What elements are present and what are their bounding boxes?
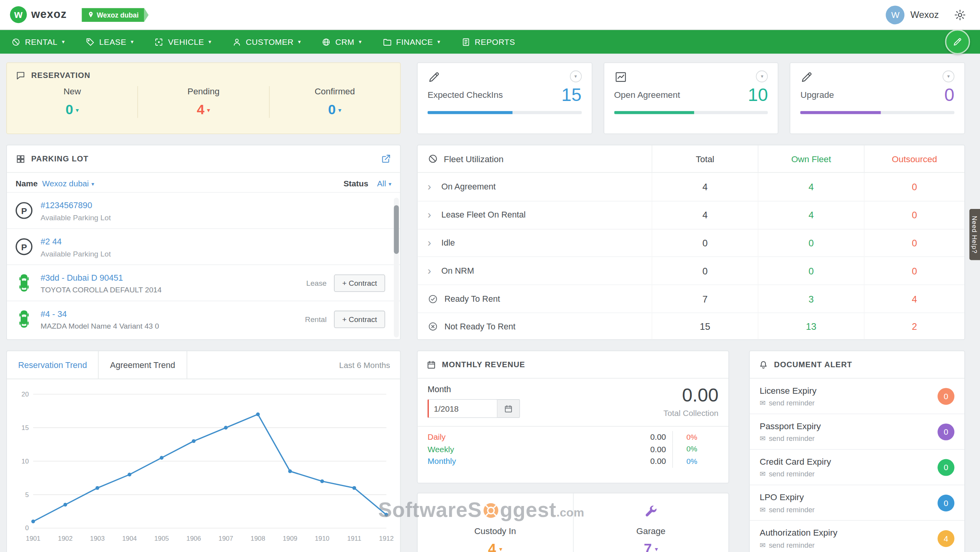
caret-down-icon: ▾ (499, 546, 502, 552)
svg-text:20: 20 (21, 391, 29, 398)
card-dropdown-button[interactable]: ▾ (943, 71, 954, 82)
revenue-breakdown: Daily 0.00 0% Weekly 0.00 0% Monthly (417, 426, 728, 467)
name-filter-dropdown[interactable]: Wexoz dubai▾ (42, 179, 94, 188)
send-reminder-link[interactable]: ✉send reminder (760, 398, 817, 407)
check-circle-icon (428, 294, 438, 304)
trend-range-label: Last 6 Months (339, 351, 400, 379)
send-reminder-link[interactable]: ✉send reminder (760, 505, 815, 513)
caret-down-icon: ▾ (208, 39, 211, 45)
alert-license-expiry: License Expiry ✉send reminder 0 (750, 379, 964, 414)
main-content: RESERVATION New 0▾ Pending 4▾ Confirmed … (0, 54, 980, 552)
fleet-row-idle[interactable]: ›Idle 0 0 0 (417, 229, 964, 257)
alert-count-badge[interactable]: 0 (937, 494, 954, 511)
caret-down-icon: ▾ (338, 106, 341, 113)
alert-credit-card-expiry: Credit Card Expiry ✉send reminder 0 (750, 450, 964, 485)
reservation-confirmed-dropdown[interactable]: 0▾ (328, 102, 341, 118)
fleet-col-outsourced: Outsourced (864, 145, 964, 172)
alert-count-badge[interactable]: 4 (937, 530, 954, 547)
nav-reports[interactable]: REPORTS (461, 37, 515, 46)
send-reminder-link[interactable]: ✉send reminder (760, 540, 837, 549)
need-help-tab[interactable]: Need Help? (969, 209, 980, 260)
dashboard: w wexoz Wexoz dubai W Wexoz RENTAL▾ LEAS… (0, 0, 980, 552)
nav-customer[interactable]: CUSTOMER▾ (232, 37, 301, 46)
svg-text:1912: 1912 (379, 535, 394, 542)
trend-panel: Reservation Trend Agreement Trend Last 6… (6, 350, 401, 552)
caret-down-icon: ▾ (62, 39, 65, 45)
fleet-row-lease-fleet[interactable]: ›Lease Fleet On Rental 4 4 0 (417, 201, 964, 229)
svg-text:10: 10 (21, 458, 29, 465)
nav-vehicle[interactable]: VEHICLE▾ (154, 37, 212, 46)
pencil-icon (428, 71, 441, 84)
stat-card-upgrade: ▾ Upgrade 0 (790, 62, 965, 134)
nav-rental[interactable]: RENTAL▾ (11, 37, 65, 46)
fleet-row-on-agreement[interactable]: ›On Agreement 4 4 0 (417, 173, 964, 201)
svg-text:1907: 1907 (218, 535, 233, 542)
tab-agreement-trend[interactable]: Agreement Trend (99, 351, 187, 379)
nav-lease[interactable]: LEASE▾ (85, 37, 134, 46)
calendar-icon (426, 359, 437, 370)
scrollbar-thumb[interactable] (394, 205, 399, 254)
month-input[interactable] (428, 399, 497, 418)
add-contract-button[interactable]: + Contract (334, 274, 385, 292)
svg-text:1905: 1905 (154, 535, 169, 542)
alert-count-badge[interactable]: 0 (937, 423, 954, 440)
user-name: Wexoz (910, 9, 939, 20)
location-tag[interactable]: Wexoz dubai (82, 8, 144, 21)
chat-icon (16, 71, 26, 81)
tab-reservation-trend[interactable]: Reservation Trend (7, 351, 99, 379)
pencil-icon (801, 71, 814, 84)
garage-value[interactable]: 7▾ (644, 541, 658, 552)
envelope-icon: ✉ (760, 398, 765, 407)
user-menu[interactable]: W Wexoz (886, 5, 939, 24)
alert-count-badge[interactable]: 0 (937, 459, 954, 476)
card-dropdown-button[interactable]: ▾ (756, 71, 768, 82)
reservation-stat-pending: Pending 4▾ (138, 86, 269, 118)
parking-lot-link[interactable]: #2 44 (41, 237, 62, 246)
name-filter-label: Name (16, 179, 38, 188)
fleet-row-on-nrm[interactable]: ›On NRM 0 0 0 (417, 257, 964, 285)
chevron-right-icon: › (428, 210, 435, 220)
calendar-picker-button[interactable] (497, 399, 520, 418)
nav-finance[interactable]: FINANCE▾ (382, 37, 440, 46)
parking-lot-link[interactable]: #1234567890 (41, 200, 92, 210)
send-reminder-link[interactable]: ✉send reminder (760, 434, 821, 442)
progress-bar (614, 111, 768, 114)
monthly-revenue-title: MONTHLY REVENUE (442, 360, 525, 369)
send-reminder-link[interactable]: ✉send reminder (760, 469, 831, 478)
alert-count-badge[interactable]: 0 (937, 387, 954, 404)
custody-in-value[interactable]: 4▾ (488, 541, 502, 552)
main-nav: RENTAL▾ LEASE▾ VEHICLE▾ CUSTOMER▾ CRM▾ F… (0, 30, 980, 54)
reservation-pending-dropdown[interactable]: 4▾ (197, 102, 210, 118)
document-alert-panel: DOCUMENT ALERT License Expiry ✉send remi… (749, 350, 965, 552)
brand-logo[interactable]: w wexoz (10, 6, 67, 23)
status-filter-dropdown[interactable]: All▾ (377, 179, 391, 188)
svg-text:1910: 1910 (315, 535, 329, 542)
vehicle-link[interactable]: #4 - 34 (41, 309, 67, 318)
fleet-utilization-panel: Fleet Utilization Total Own Fleet Outsou… (417, 145, 965, 340)
quick-action-fab[interactable] (945, 29, 970, 54)
card-dropdown-button[interactable]: ▾ (570, 71, 581, 82)
fleet-row-not-ready-to-rent[interactable]: Not Ready To Rent 15 13 2 (417, 313, 964, 340)
location-pin-icon (87, 11, 94, 18)
vehicle-link[interactable]: #3dd - Dubai D 90451 (41, 273, 123, 282)
topbar: w wexoz Wexoz dubai W Wexoz (0, 0, 980, 30)
fleet-row-ready-to-rent[interactable]: Ready To Rent 7 3 4 (417, 285, 964, 313)
caret-down-icon: ▾ (655, 546, 658, 552)
envelope-icon: ✉ (760, 469, 765, 478)
agreement-type-tag: Rental (305, 315, 327, 323)
revenue-row-daily: Daily 0.00 0% (417, 431, 728, 443)
add-contract-button[interactable]: + Contract (334, 310, 385, 328)
nav-crm[interactable]: CRM▾ (321, 37, 362, 46)
reservation-new-dropdown[interactable]: 0▾ (66, 102, 79, 118)
parking-icon: P (16, 202, 32, 219)
fleet-col-total: Total (652, 145, 758, 172)
svg-text:1902: 1902 (58, 535, 73, 542)
gauge-icon (428, 154, 438, 164)
upgrade-value: 0 (944, 86, 955, 104)
custody-in-label: Custody In (474, 526, 516, 536)
external-link-icon[interactable] (381, 154, 391, 164)
document-alert-title: DOCUMENT ALERT (774, 360, 852, 369)
caret-down-icon: ▾ (131, 39, 134, 45)
settings-gear-icon[interactable] (954, 9, 966, 21)
parking-scrollbar (394, 198, 399, 337)
